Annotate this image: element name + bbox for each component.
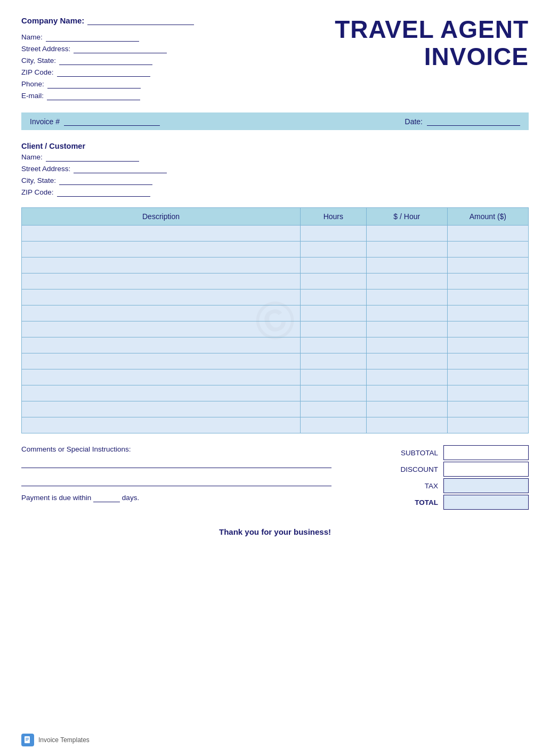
- desc-cell[interactable]: [22, 226, 301, 242]
- client-zip-input[interactable]: [57, 188, 150, 197]
- table-row: [22, 353, 529, 369]
- col-amount: Amount ($): [447, 208, 528, 226]
- amount-cell[interactable]: [447, 289, 528, 305]
- amount-cell[interactable]: [447, 258, 528, 274]
- amount-cell[interactable]: [447, 242, 528, 258]
- subtotal-box[interactable]: [443, 445, 529, 460]
- desc-cell[interactable]: [22, 258, 301, 274]
- client-street-label: Street Address:: [21, 165, 70, 173]
- invoice-num-input[interactable]: [64, 117, 160, 126]
- desc-cell[interactable]: [22, 369, 301, 385]
- rate-cell[interactable]: [366, 258, 447, 274]
- totals-section: SUBTOTAL DISCOUNT TAX TOTAL: [347, 445, 529, 511]
- email-input[interactable]: [47, 91, 140, 100]
- client-city-row: City, State:: [21, 176, 529, 185]
- rate-cell[interactable]: [366, 289, 447, 305]
- rate-cell[interactable]: [366, 321, 447, 337]
- total-label: TOTAL: [390, 498, 443, 506]
- hours-cell[interactable]: [301, 369, 367, 385]
- rate-cell[interactable]: [366, 353, 447, 369]
- client-section: Client / Customer Name: Street Address: …: [21, 142, 529, 197]
- amount-cell[interactable]: [447, 417, 528, 433]
- hours-cell[interactable]: [301, 385, 367, 401]
- desc-cell[interactable]: [22, 321, 301, 337]
- phone-input[interactable]: [47, 79, 141, 89]
- rate-cell[interactable]: [366, 337, 447, 353]
- rate-cell[interactable]: [366, 385, 447, 401]
- desc-cell[interactable]: [22, 274, 301, 289]
- date-input[interactable]: [427, 117, 520, 126]
- client-street-input[interactable]: [74, 164, 167, 173]
- total-box[interactable]: [443, 495, 529, 510]
- street-address-row: Street Address:: [21, 44, 324, 53]
- desc-cell[interactable]: [22, 337, 301, 353]
- rate-cell[interactable]: [366, 369, 447, 385]
- invoice-bar: Invoice # Date:: [21, 112, 529, 130]
- svg-rect-0: [25, 736, 30, 743]
- zip-code-input[interactable]: [57, 68, 150, 77]
- rate-cell[interactable]: [366, 417, 447, 433]
- email-label: E-mail:: [21, 92, 44, 100]
- city-state-label: City, State:: [21, 57, 56, 65]
- phone-label: Phone:: [21, 80, 44, 88]
- table-row: [22, 258, 529, 274]
- comments-section: Comments or Special Instructions: Paymen…: [21, 445, 347, 502]
- client-city-input[interactable]: [59, 176, 152, 185]
- amount-cell[interactable]: [447, 353, 528, 369]
- hours-cell[interactable]: [301, 242, 367, 258]
- desc-cell[interactable]: [22, 417, 301, 433]
- subtotal-row: SUBTOTAL: [347, 445, 529, 460]
- tax-box[interactable]: [443, 478, 529, 493]
- col-hours: Hours: [301, 208, 367, 226]
- client-city-label: City, State:: [21, 176, 56, 184]
- rate-cell[interactable]: [366, 401, 447, 417]
- client-name-input[interactable]: [46, 152, 139, 162]
- hours-cell[interactable]: [301, 321, 367, 337]
- header-section: Company Name: Name: Street Address: City…: [21, 16, 529, 103]
- city-state-row: City, State:: [21, 56, 324, 65]
- agent-name-input[interactable]: [46, 33, 139, 42]
- rate-cell[interactable]: [366, 305, 447, 321]
- hours-cell[interactable]: [301, 401, 367, 417]
- rate-cell[interactable]: [366, 242, 447, 258]
- amount-cell[interactable]: [447, 321, 528, 337]
- desc-cell[interactable]: [22, 242, 301, 258]
- amount-cell[interactable]: [447, 369, 528, 385]
- amount-cell[interactable]: [447, 337, 528, 353]
- client-section-title: Client / Customer: [21, 142, 529, 150]
- desc-cell[interactable]: [22, 385, 301, 401]
- footer-icon: [21, 734, 34, 746]
- desc-cell[interactable]: [22, 401, 301, 417]
- table-row: [22, 274, 529, 289]
- hours-cell[interactable]: [301, 274, 367, 289]
- amount-cell[interactable]: [447, 226, 528, 242]
- amount-cell[interactable]: [447, 401, 528, 417]
- amount-cell[interactable]: [447, 274, 528, 289]
- desc-cell[interactable]: [22, 289, 301, 305]
- street-address-input[interactable]: [74, 44, 167, 53]
- hours-cell[interactable]: [301, 226, 367, 242]
- hours-cell[interactable]: [301, 305, 367, 321]
- table-row: [22, 242, 529, 258]
- rate-cell[interactable]: [366, 274, 447, 289]
- city-state-input[interactable]: [59, 56, 152, 65]
- email-row: E-mail:: [21, 91, 324, 100]
- hours-cell[interactable]: [301, 353, 367, 369]
- title-invoice: INVOICE: [335, 43, 529, 70]
- invoice-title: TRAVEL AGENT INVOICE: [324, 16, 529, 70]
- document-icon: [23, 736, 32, 744]
- hours-cell[interactable]: [301, 258, 367, 274]
- company-name-input[interactable]: [87, 16, 194, 25]
- rate-cell[interactable]: [366, 226, 447, 242]
- hours-cell[interactable]: [301, 289, 367, 305]
- payment-days-input[interactable]: [93, 494, 120, 502]
- desc-cell[interactable]: [22, 353, 301, 369]
- street-address-label: Street Address:: [21, 45, 70, 53]
- amount-cell[interactable]: [447, 305, 528, 321]
- amount-cell[interactable]: [447, 385, 528, 401]
- hours-cell[interactable]: [301, 417, 367, 433]
- desc-cell[interactable]: [22, 305, 301, 321]
- discount-box[interactable]: [443, 462, 529, 477]
- hours-cell[interactable]: [301, 337, 367, 353]
- company-name-label: Company Name:: [21, 16, 84, 25]
